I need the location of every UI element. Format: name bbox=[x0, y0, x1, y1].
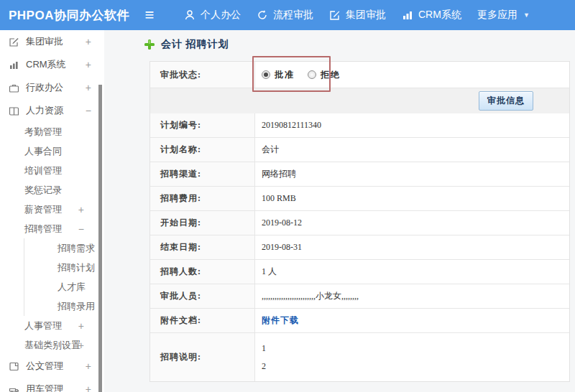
reject-radio[interactable] bbox=[308, 70, 316, 79]
nav-personal-office[interactable]: 个人办公 bbox=[184, 9, 241, 22]
sidebar-item-attendance[interactable]: 考勤管理 bbox=[0, 122, 104, 141]
field-label: 招聘说明: bbox=[150, 333, 255, 381]
sidebar-item-hr-contract[interactable]: 人事合同 bbox=[0, 141, 104, 161]
sidebar-item-label: 用车管理 bbox=[26, 383, 63, 392]
row-start-date: 开始日期: 2019-08-12 bbox=[150, 211, 569, 235]
sidebar-item-label: 人才库 bbox=[58, 281, 86, 294]
row-recruit-cost: 招聘费用: 100 RMB bbox=[150, 187, 569, 211]
approve-radio-label[interactable]: 批准 bbox=[275, 69, 295, 81]
approve-radio[interactable] bbox=[262, 70, 270, 79]
expand-plus-icon[interactable]: + bbox=[78, 320, 84, 332]
field-value: 2019-08-31 bbox=[255, 235, 569, 259]
topbar: PHPOA协同办公软件 ≡ 个人办公 流程审批 集团审批 CRM系统 bbox=[0, 0, 575, 30]
row-plan-number: 计划编号: 20190812111340 bbox=[150, 113, 569, 138]
sidebar-item-label: 招聘计划 bbox=[58, 261, 95, 274]
app-logo: PHPOA协同办公软件 bbox=[0, 7, 135, 24]
sidebar-item-talent-pool[interactable]: 人才库 bbox=[24, 277, 104, 297]
row-attachment: 附件文档: 附件下载 bbox=[150, 309, 569, 333]
approval-info-button[interactable]: 审批信息 bbox=[479, 91, 533, 111]
expand-plus-icon[interactable]: + bbox=[78, 204, 84, 215]
expand-plus-icon[interactable]: + bbox=[86, 59, 91, 70]
expand-plus-icon[interactable]: + bbox=[86, 360, 91, 372]
sidebar-item-label: 奖惩记录 bbox=[24, 184, 62, 197]
sidebar-item-documents[interactable]: 公文管理 + bbox=[0, 355, 104, 378]
approval-status-radio-group: 批准 拒绝 bbox=[262, 69, 354, 81]
caret-down-icon: ▼ bbox=[523, 11, 530, 19]
bar-chart-icon bbox=[9, 60, 19, 70]
field-label: 计划编号: bbox=[150, 113, 255, 137]
field-value: ,,,,,,,,,,,,,,,,,,,,,,,,,小龙女,,,,,,,, bbox=[255, 284, 569, 308]
field-label: 计划名称: bbox=[150, 138, 255, 162]
main-content: 会计 招聘计划 审批状态: 批准 拒绝 审批信息 计划编号: 201908121… bbox=[104, 30, 575, 392]
row-approval-info: 审批信息 bbox=[150, 88, 569, 113]
row-headcount: 招聘人数: 1 人 bbox=[150, 260, 569, 284]
field-value: 1 人 bbox=[255, 260, 569, 284]
sidebar-item-label: 公文管理 bbox=[26, 360, 63, 373]
recruitment-plan-detail-table: 审批状态: 批准 拒绝 审批信息 计划编号: 20190812111340 计划… bbox=[150, 61, 570, 382]
expand-plus-icon[interactable]: + bbox=[86, 36, 91, 47]
hamburger-menu-icon[interactable]: ≡ bbox=[135, 0, 164, 30]
sidebar-scrollbar[interactable] bbox=[98, 85, 102, 392]
reject-radio-label[interactable]: 拒绝 bbox=[321, 69, 341, 81]
sidebar-item-label: 考勤管理 bbox=[24, 126, 62, 139]
attachment-download-link[interactable]: 附件下载 bbox=[262, 314, 299, 327]
nav-crm-system[interactable]: CRM系统 bbox=[402, 9, 461, 22]
expand-plus-icon[interactable]: + bbox=[86, 383, 91, 392]
sidebar-item-hr[interactable]: 人力资源 − bbox=[0, 99, 104, 122]
sidebar-item-label: 集团审批 bbox=[26, 35, 63, 48]
description-line: 1 bbox=[262, 343, 266, 354]
bar-chart-icon bbox=[402, 9, 413, 21]
sidebar-item-recruit-demand[interactable]: 招聘需求 bbox=[24, 238, 104, 258]
top-navigation: 个人办公 流程审批 集团审批 CRM系统 更多应用 ▼ bbox=[184, 9, 546, 22]
nav-workflow-approval[interactable]: 流程审批 bbox=[257, 9, 313, 22]
add-plus-icon[interactable] bbox=[144, 39, 155, 50]
row-recruit-description: 招聘说明: 1 2 bbox=[150, 333, 569, 381]
sidebar-item-recruitment[interactable]: 招聘管理 − bbox=[0, 219, 104, 238]
sidebar-item-label: 招聘需求 bbox=[58, 242, 95, 255]
sidebar-item-base-category[interactable]: 基础类别设置 + bbox=[0, 335, 104, 355]
sidebar: 集团审批 + CRM系统 + 行政办公 + 人力资源 − 考勤管理 人事合同 培… bbox=[0, 30, 104, 392]
sidebar-item-label: 人力资源 bbox=[26, 104, 63, 117]
sidebar-item-label: 培训管理 bbox=[24, 164, 62, 177]
person-icon bbox=[184, 9, 196, 21]
nav-label: 流程审批 bbox=[273, 9, 313, 22]
edit-icon bbox=[329, 9, 341, 21]
field-label: 结束日期: bbox=[150, 235, 255, 259]
field-label: 审批人员: bbox=[150, 284, 255, 308]
edit-square-icon bbox=[9, 37, 19, 47]
sidebar-item-label: 招聘管理 bbox=[24, 223, 62, 235]
sidebar-item-label: 行政办公 bbox=[26, 81, 63, 94]
sidebar-item-label: 人事合同 bbox=[24, 145, 62, 158]
sidebar-item-group-approval[interactable]: 集团审批 + bbox=[0, 30, 104, 53]
field-label: 招聘人数: bbox=[150, 260, 255, 284]
nav-label: 个人办公 bbox=[201, 9, 241, 22]
collapse-minus-icon[interactable]: − bbox=[86, 105, 91, 116]
nav-more-apps[interactable]: 更多应用 ▼ bbox=[477, 9, 530, 22]
row-plan-name: 计划名称: 会计 bbox=[150, 138, 569, 162]
sidebar-item-training[interactable]: 培训管理 bbox=[0, 161, 104, 180]
expand-plus-icon[interactable]: + bbox=[78, 340, 84, 351]
expand-plus-icon[interactable]: + bbox=[86, 82, 91, 93]
book-icon bbox=[9, 106, 19, 116]
sidebar-item-crm[interactable]: CRM系统 + bbox=[0, 53, 104, 76]
sidebar-item-salary[interactable]: 薪资管理 + bbox=[0, 200, 104, 219]
field-value: 100 RMB bbox=[255, 187, 569, 210]
sidebar-item-admin-office[interactable]: 行政办公 + bbox=[0, 76, 104, 99]
sidebar-item-recruit-plan[interactable]: 招聘计划 bbox=[24, 258, 104, 277]
row-approval-status: 审批状态: 批准 拒绝 bbox=[150, 62, 569, 88]
document-icon bbox=[9, 361, 19, 372]
field-label: 招聘渠道: bbox=[150, 162, 255, 186]
sidebar-item-rewards[interactable]: 奖惩记录 bbox=[0, 180, 104, 200]
collapse-minus-icon[interactable]: − bbox=[78, 223, 84, 235]
nav-group-approval[interactable]: 集团审批 bbox=[329, 9, 386, 22]
row-recruit-channel: 招聘渠道: 网络招聘 bbox=[150, 162, 569, 187]
sidebar-item-label: CRM系统 bbox=[26, 58, 66, 71]
field-label: 附件文档: bbox=[150, 309, 255, 332]
sidebar-item-label: 薪资管理 bbox=[24, 203, 62, 216]
sidebar-item-personnel[interactable]: 人事管理 + bbox=[0, 316, 104, 335]
sidebar-item-vehicle[interactable]: 用车管理 + bbox=[0, 378, 104, 392]
description-line: 2 bbox=[262, 361, 266, 372]
page-title: 会计 招聘计划 bbox=[161, 38, 229, 51]
sidebar-item-recruit-hire[interactable]: 招聘录用 bbox=[24, 297, 104, 316]
briefcase-icon bbox=[9, 83, 19, 93]
